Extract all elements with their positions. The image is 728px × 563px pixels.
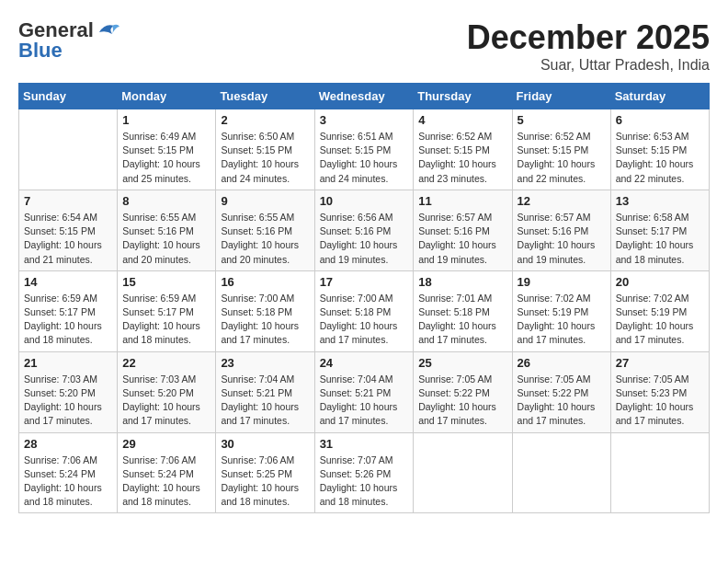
day-number: 3 xyxy=(320,113,409,127)
calendar-cell: 23Sunrise: 7:04 AMSunset: 5:21 PMDayligh… xyxy=(216,351,314,432)
calendar-cell xyxy=(19,109,118,190)
day-info: Sunrise: 6:55 AMSunset: 5:16 PMDaylight:… xyxy=(221,211,309,267)
day-number: 13 xyxy=(616,194,704,208)
page-header: General Blue December 2025 Suar, Uttar P… xyxy=(18,18,710,74)
day-number: 5 xyxy=(518,113,606,127)
month-title: December 2025 xyxy=(467,18,710,57)
day-number: 28 xyxy=(24,437,112,451)
calendar-table: SundayMondayTuesdayWednesdayThursdayFrid… xyxy=(18,83,710,513)
calendar-cell xyxy=(512,432,610,513)
day-number: 18 xyxy=(418,275,506,289)
day-number: 11 xyxy=(418,194,506,208)
day-number: 2 xyxy=(221,113,309,127)
day-number: 24 xyxy=(320,356,409,370)
day-number: 26 xyxy=(518,356,606,370)
calendar-cell xyxy=(414,432,512,513)
calendar-cell xyxy=(610,432,709,513)
calendar-cell: 21Sunrise: 7:03 AMSunset: 5:20 PMDayligh… xyxy=(19,351,118,432)
calendar-cell: 28Sunrise: 7:06 AMSunset: 5:24 PMDayligh… xyxy=(19,432,118,513)
day-info: Sunrise: 7:06 AMSunset: 5:24 PMDaylight:… xyxy=(24,454,112,510)
calendar-cell: 30Sunrise: 7:06 AMSunset: 5:25 PMDayligh… xyxy=(216,432,314,513)
calendar-cell: 9Sunrise: 6:55 AMSunset: 5:16 PMDaylight… xyxy=(216,190,314,270)
day-info: Sunrise: 7:00 AMSunset: 5:18 PMDaylight:… xyxy=(221,292,309,348)
calendar-cell: 13Sunrise: 6:58 AMSunset: 5:17 PMDayligh… xyxy=(610,190,709,270)
day-number: 22 xyxy=(122,356,210,370)
weekday-header-monday: Monday xyxy=(118,84,216,109)
day-info: Sunrise: 7:02 AMSunset: 5:19 PMDaylight:… xyxy=(616,292,704,348)
day-info: Sunrise: 6:59 AMSunset: 5:17 PMDaylight:… xyxy=(122,292,210,348)
day-info: Sunrise: 6:58 AMSunset: 5:17 PMDaylight:… xyxy=(616,211,704,267)
calendar-cell: 15Sunrise: 6:59 AMSunset: 5:17 PMDayligh… xyxy=(118,270,216,351)
logo-blue: Blue xyxy=(18,39,63,63)
weekday-header-friday: Friday xyxy=(512,84,610,109)
logo: General Blue xyxy=(18,18,121,63)
day-info: Sunrise: 6:59 AMSunset: 5:17 PMDaylight:… xyxy=(24,292,112,348)
calendar-cell: 2Sunrise: 6:50 AMSunset: 5:15 PMDaylight… xyxy=(216,109,314,190)
day-info: Sunrise: 7:04 AMSunset: 5:21 PMDaylight:… xyxy=(221,373,309,429)
day-info: Sunrise: 6:51 AMSunset: 5:15 PMDaylight:… xyxy=(320,130,409,186)
calendar-cell: 12Sunrise: 6:57 AMSunset: 5:16 PMDayligh… xyxy=(512,190,610,270)
day-number: 1 xyxy=(122,113,210,127)
day-number: 14 xyxy=(24,275,112,289)
day-number: 30 xyxy=(221,437,309,451)
day-number: 27 xyxy=(616,356,704,370)
day-number: 7 xyxy=(24,194,112,208)
day-info: Sunrise: 6:54 AMSunset: 5:15 PMDaylight:… xyxy=(24,211,112,267)
calendar-cell: 5Sunrise: 6:52 AMSunset: 5:15 PMDaylight… xyxy=(512,109,610,190)
calendar-cell: 8Sunrise: 6:55 AMSunset: 5:16 PMDaylight… xyxy=(118,190,216,270)
calendar-cell: 17Sunrise: 7:00 AMSunset: 5:18 PMDayligh… xyxy=(314,270,414,351)
day-number: 19 xyxy=(518,275,606,289)
calendar-cell: 19Sunrise: 7:02 AMSunset: 5:19 PMDayligh… xyxy=(512,270,610,351)
calendar-cell: 27Sunrise: 7:05 AMSunset: 5:23 PMDayligh… xyxy=(610,351,709,432)
day-number: 17 xyxy=(320,275,409,289)
day-number: 6 xyxy=(616,113,704,127)
logo-bird-icon xyxy=(96,21,121,40)
calendar-cell: 14Sunrise: 6:59 AMSunset: 5:17 PMDayligh… xyxy=(19,270,118,351)
day-number: 16 xyxy=(221,275,309,289)
day-info: Sunrise: 6:53 AMSunset: 5:15 PMDaylight:… xyxy=(616,130,704,186)
calendar-cell: 11Sunrise: 6:57 AMSunset: 5:16 PMDayligh… xyxy=(414,190,512,270)
title-block: December 2025 Suar, Uttar Pradesh, India xyxy=(467,18,710,74)
day-info: Sunrise: 7:05 AMSunset: 5:22 PMDaylight:… xyxy=(518,373,606,429)
calendar-cell: 18Sunrise: 7:01 AMSunset: 5:18 PMDayligh… xyxy=(414,270,512,351)
day-info: Sunrise: 7:02 AMSunset: 5:19 PMDaylight:… xyxy=(518,292,606,348)
calendar-week-5: 28Sunrise: 7:06 AMSunset: 5:24 PMDayligh… xyxy=(19,432,710,513)
day-info: Sunrise: 7:00 AMSunset: 5:18 PMDaylight:… xyxy=(320,292,409,348)
day-info: Sunrise: 7:01 AMSunset: 5:18 PMDaylight:… xyxy=(418,292,506,348)
calendar-week-1: 1Sunrise: 6:49 AMSunset: 5:15 PMDaylight… xyxy=(19,109,710,190)
calendar-cell: 7Sunrise: 6:54 AMSunset: 5:15 PMDaylight… xyxy=(19,190,118,270)
day-number: 4 xyxy=(418,113,506,127)
day-info: Sunrise: 6:56 AMSunset: 5:16 PMDaylight:… xyxy=(320,211,409,267)
calendar-cell: 10Sunrise: 6:56 AMSunset: 5:16 PMDayligh… xyxy=(314,190,414,270)
day-number: 20 xyxy=(616,275,704,289)
calendar-cell: 3Sunrise: 6:51 AMSunset: 5:15 PMDaylight… xyxy=(314,109,414,190)
calendar-cell: 26Sunrise: 7:05 AMSunset: 5:22 PMDayligh… xyxy=(512,351,610,432)
day-number: 12 xyxy=(518,194,606,208)
day-info: Sunrise: 6:49 AMSunset: 5:15 PMDaylight:… xyxy=(122,130,210,186)
day-info: Sunrise: 7:04 AMSunset: 5:21 PMDaylight:… xyxy=(320,373,409,429)
day-info: Sunrise: 6:55 AMSunset: 5:16 PMDaylight:… xyxy=(122,211,210,267)
day-info: Sunrise: 7:03 AMSunset: 5:20 PMDaylight:… xyxy=(24,373,112,429)
calendar-cell: 4Sunrise: 6:52 AMSunset: 5:15 PMDaylight… xyxy=(414,109,512,190)
weekday-header-thursday: Thursday xyxy=(414,84,512,109)
day-info: Sunrise: 6:52 AMSunset: 5:15 PMDaylight:… xyxy=(418,130,506,186)
weekday-header-sunday: Sunday xyxy=(19,84,118,109)
day-number: 29 xyxy=(122,437,210,451)
day-info: Sunrise: 6:52 AMSunset: 5:15 PMDaylight:… xyxy=(518,130,606,186)
calendar-week-3: 14Sunrise: 6:59 AMSunset: 5:17 PMDayligh… xyxy=(19,270,710,351)
calendar-cell: 6Sunrise: 6:53 AMSunset: 5:15 PMDaylight… xyxy=(610,109,709,190)
day-info: Sunrise: 6:57 AMSunset: 5:16 PMDaylight:… xyxy=(518,211,606,267)
day-info: Sunrise: 6:57 AMSunset: 5:16 PMDaylight:… xyxy=(418,211,506,267)
day-info: Sunrise: 7:03 AMSunset: 5:20 PMDaylight:… xyxy=(122,373,210,429)
weekday-header-wednesday: Wednesday xyxy=(314,84,414,109)
day-number: 23 xyxy=(221,356,309,370)
day-info: Sunrise: 7:06 AMSunset: 5:25 PMDaylight:… xyxy=(221,454,309,510)
weekday-header-tuesday: Tuesday xyxy=(216,84,314,109)
day-number: 9 xyxy=(221,194,309,208)
day-info: Sunrise: 6:50 AMSunset: 5:15 PMDaylight:… xyxy=(221,130,309,186)
day-number: 25 xyxy=(418,356,506,370)
calendar-week-2: 7Sunrise: 6:54 AMSunset: 5:15 PMDaylight… xyxy=(19,190,710,270)
calendar-cell: 29Sunrise: 7:06 AMSunset: 5:24 PMDayligh… xyxy=(118,432,216,513)
day-number: 21 xyxy=(24,356,112,370)
weekday-header-saturday: Saturday xyxy=(610,84,709,109)
